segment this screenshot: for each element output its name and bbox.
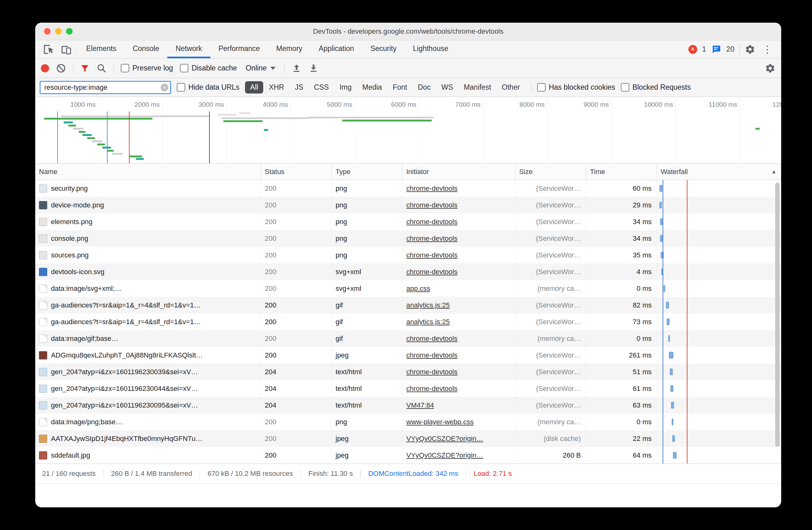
initiator-link[interactable]: analytics.js:25: [406, 301, 450, 309]
table-row[interactable]: devtools-icon.svg200svg+xmlchrome-devtoo…: [35, 263, 781, 280]
initiator-link[interactable]: app.css: [406, 284, 430, 293]
blocked-requests-checkbox[interactable]: [621, 83, 629, 92]
import-har-icon[interactable]: [291, 63, 302, 73]
tab-network[interactable]: Network: [167, 40, 210, 58]
preserve-log-checkbox[interactable]: [121, 64, 129, 72]
vertical-scrollbar-thumb[interactable]: [775, 183, 780, 447]
filter-pill-media[interactable]: Media: [357, 81, 387, 94]
initiator-link[interactable]: chrome-devtools: [406, 184, 458, 193]
hide-data-urls-label: Hide data URLs: [188, 83, 239, 92]
table-row[interactable]: gen_204?atyp=i&zx=1601196230044&sei=xV…2…: [35, 380, 781, 397]
table-row[interactable]: data:image/png;base…200pngwww-player-web…: [35, 414, 781, 430]
table-row[interactable]: elements.png200pngchrome-devtools(Servic…: [35, 213, 781, 230]
tab-security[interactable]: Security: [362, 40, 405, 58]
clear-network-log-icon[interactable]: [56, 63, 66, 73]
preserve-log-label: Preserve log: [132, 64, 173, 72]
hide-data-urls-checkbox[interactable]: [177, 83, 185, 92]
waterfall-cell: [657, 280, 781, 297]
initiator-link[interactable]: VM47:84: [406, 401, 434, 409]
table-row[interactable]: AATXAJywSIpD1jf4EbqHXTfbe0mnyHqGFNTu…200…: [35, 430, 781, 447]
issues-bubble-icon[interactable]: [711, 44, 721, 54]
record-network-log-button[interactable]: [41, 64, 49, 72]
footer-divider: [103, 469, 103, 478]
export-har-icon[interactable]: [308, 63, 319, 73]
more-options-menu-icon[interactable]: ⋮: [760, 44, 774, 54]
initiator-cell: app.css: [403, 280, 516, 297]
initiator-link[interactable]: chrome-devtools: [406, 251, 458, 259]
filter-pill-all[interactable]: All: [245, 81, 263, 94]
table-row[interactable]: security.png200pngchrome-devtools(Servic…: [35, 180, 781, 197]
filter-pill-other[interactable]: Other: [497, 81, 525, 94]
initiator-link[interactable]: chrome-devtools: [406, 368, 458, 376]
tab-memory[interactable]: Memory: [268, 40, 310, 58]
tab-lighthouse[interactable]: Lighthouse: [405, 40, 456, 58]
initiator-link[interactable]: www-player-webp.css: [406, 418, 474, 426]
throttling-select[interactable]: Online: [244, 64, 277, 72]
network-overview-timeline[interactable]: 1000 ms2000 ms3000 ms4000 ms5000 ms6000 …: [35, 97, 781, 164]
initiator-link[interactable]: chrome-devtools: [406, 351, 458, 359]
table-row[interactable]: ga-audiences?t=sr&aip=1&_r=4&slf_rd=1&v=…: [35, 297, 781, 313]
column-header-time[interactable]: Time: [586, 164, 657, 180]
name-cell: security.png: [35, 180, 261, 197]
column-header-initiator[interactable]: Initiator: [403, 164, 516, 180]
filter-pill-ws[interactable]: WS: [436, 81, 458, 94]
filter-pill-doc[interactable]: Doc: [413, 81, 436, 94]
tab-elements[interactable]: Elements: [78, 40, 125, 58]
initiator-link[interactable]: analytics.js:25: [406, 318, 450, 326]
filter-pill-css[interactable]: CSS: [309, 81, 334, 94]
table-row[interactable]: device-mode.png200pngchrome-devtools(Ser…: [35, 197, 781, 213]
table-row[interactable]: console.png200pngchrome-devtools(Service…: [35, 230, 781, 247]
minimize-button[interactable]: [55, 28, 62, 34]
request-name: ga-audiences?t=sr&aip=1&_r=4&slf_rd=1&v=…: [51, 318, 201, 326]
filter-input[interactable]: [40, 81, 171, 94]
initiator-link[interactable]: chrome-devtools: [406, 335, 458, 343]
column-header-waterfall[interactable]: Waterfall▲: [657, 164, 781, 180]
filter-funnel-icon[interactable]: [80, 64, 90, 73]
table-row[interactable]: data:image/gif;base…200gifchrome-devtool…: [35, 330, 781, 347]
overview-marker-line: [209, 111, 210, 163]
initiator-link[interactable]: chrome-devtools: [406, 218, 458, 226]
initiator-link[interactable]: chrome-devtools: [406, 268, 458, 276]
initiator-link[interactable]: chrome-devtools: [406, 385, 458, 393]
filter-pill-img[interactable]: Img: [335, 81, 357, 94]
table-row[interactable]: sources.png200pngchrome-devtools(Service…: [35, 247, 781, 263]
column-header-type[interactable]: Type: [332, 164, 403, 180]
close-button[interactable]: [44, 28, 50, 34]
initiator-link[interactable]: VYyQv0CSZOE?origin…: [406, 435, 483, 443]
tab-performance[interactable]: Performance: [211, 40, 268, 58]
table-row[interactable]: gen_204?atyp=i&zx=1601196230095&sei=xV…2…: [35, 397, 781, 414]
name-cell: ga-audiences?t=sr&aip=1&_r=4&slf_rd=1&v=…: [35, 297, 261, 313]
table-row[interactable]: gen_204?atyp=i&zx=1601196230039&sei=xV…2…: [35, 363, 781, 380]
settings-gear-icon[interactable]: [745, 44, 755, 55]
search-icon[interactable]: [97, 63, 106, 73]
column-header-name[interactable]: Name: [35, 164, 261, 180]
initiator-link[interactable]: chrome-devtools: [406, 201, 458, 209]
waterfall-cell: [657, 397, 781, 414]
table-row[interactable]: ga-audiences?t=sr&aip=1&_r=4&slf_rd=1&v=…: [35, 313, 781, 330]
status-cell: 200: [261, 313, 332, 330]
column-header-status[interactable]: Status: [261, 164, 332, 180]
error-badge-icon[interactable]: ✕: [688, 45, 697, 54]
disable-cache-checkbox[interactable]: [180, 64, 188, 72]
clear-filter-icon[interactable]: ✕: [161, 84, 168, 91]
initiator-link[interactable]: VYyQv0CSZOE?origin…: [406, 451, 483, 460]
tab-application[interactable]: Application: [310, 40, 362, 58]
request-name: gen_204?atyp=i&zx=1601196230044&sei=xV…: [51, 385, 198, 393]
table-row[interactable]: sddefault.jpg200jpegVYyQv0CSZOE?origin…2…: [35, 447, 781, 464]
has-blocked-cookies-checkbox[interactable]: [537, 83, 546, 92]
tab-console[interactable]: Console: [125, 40, 167, 58]
overview-time-label: 11000 ms: [690, 101, 737, 108]
zoom-button[interactable]: [66, 28, 73, 34]
table-row[interactable]: data:image/svg+xml;…200svg+xmlapp.css(me…: [35, 280, 781, 297]
network-settings-gear-icon[interactable]: [765, 63, 775, 74]
filter-pill-js[interactable]: JS: [290, 81, 308, 94]
column-header-size[interactable]: Size: [516, 164, 586, 180]
filter-pill-xhr[interactable]: XHR: [264, 81, 289, 94]
toggle-device-toolbar-button[interactable]: [57, 40, 75, 58]
filter-pill-manifest[interactable]: Manifest: [459, 81, 496, 94]
network-request-list: security.png200pngchrome-devtools(Servic…: [35, 180, 781, 464]
inspect-element-button[interactable]: [40, 40, 57, 58]
filter-pill-font[interactable]: Font: [388, 81, 412, 94]
initiator-link[interactable]: chrome-devtools: [406, 235, 458, 243]
table-row[interactable]: ADGmqu8qexLZuhphT_0Aj88Ng8riLFKASQlslt…2…: [35, 347, 781, 363]
